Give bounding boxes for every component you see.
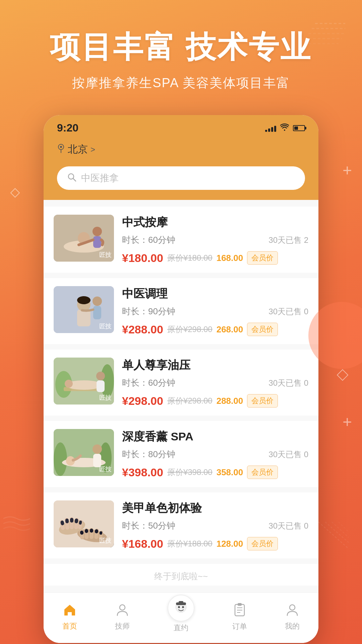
service-duration: 时长：80分钟: [122, 448, 175, 460]
service-name: 美甲单色初体验: [122, 500, 308, 516]
svg-rect-25: [93, 306, 101, 319]
svg-point-76: [290, 605, 295, 610]
nav-technician-label: 技师: [115, 621, 130, 631]
service-image-1: 匠技: [54, 215, 114, 262]
end-text: 终于到底啦~~: [44, 564, 318, 586]
service-meta: 时长：60分钟 30天已售 0: [122, 377, 308, 389]
bg-deco-diamond2: [337, 369, 349, 381]
svg-point-35: [54, 442, 67, 476]
bg-deco-diamond1: [10, 188, 20, 198]
service-sold: 30天已售 0: [268, 521, 308, 531]
service-pricing: ¥298.00 原价¥298.00 288.00 会员价: [122, 394, 308, 408]
svg-point-18: [93, 227, 102, 236]
svg-rect-21: [77, 310, 90, 326]
bg-deco-plus2: +: [343, 413, 352, 431]
status-icons: [265, 123, 305, 133]
price-original: 原价¥180.00: [167, 253, 213, 263]
service-info: 单人尊享油压 时长：60分钟 30天已售 0 ¥298.00 原价¥298.00…: [122, 358, 308, 408]
member-badge: 会员价: [247, 251, 278, 265]
service-info: 深度香薰 SPA 时长：80分钟 30天已售 0 ¥398.00 原价¥398.…: [122, 429, 308, 479]
price-original: 原价¥398.00: [167, 467, 213, 478]
service-meta: 时长：80分钟 30天已售 0: [122, 448, 308, 460]
service-pricing: ¥168.00 原价¥188.00 128.00 会员价: [122, 537, 308, 550]
profile-icon: [286, 603, 299, 619]
price-main: ¥398.00: [122, 466, 163, 479]
phone-mockup: 9:20: [44, 115, 318, 643]
service-sold: 30天已售 0: [268, 449, 308, 460]
price-original: 原价¥298.00: [167, 324, 213, 335]
status-bar: 9:20: [44, 115, 318, 139]
nav-orders-label: 订单: [232, 622, 247, 632]
bg-deco-plus1: +: [343, 161, 352, 179]
search-container: 中医推拿: [44, 163, 318, 200]
search-bar[interactable]: 中医推拿: [57, 166, 305, 190]
price-main: ¥298.00: [122, 394, 163, 408]
service-duration: 时长：60分钟: [122, 234, 175, 246]
price-member: 268.00: [217, 324, 243, 335]
location-pin-icon: [57, 144, 65, 155]
price-main: ¥168.00: [122, 537, 163, 550]
svg-line-10: [339, 522, 349, 535]
svg-point-40: [93, 444, 102, 454]
signal-icon: [265, 124, 276, 132]
nav-orders[interactable]: 订单: [232, 603, 247, 632]
location-bar[interactable]: 北京 >: [44, 139, 318, 163]
wifi-icon: [280, 123, 289, 133]
service-meta: 时长：60分钟 30天已售 2: [122, 234, 308, 246]
battery-icon: [293, 125, 305, 131]
nav-technician[interactable]: 技师: [115, 603, 130, 631]
svg-rect-68: [179, 601, 183, 603]
page-subtitle: 按摩推拿养生SPA 美容美体项目丰富: [13, 74, 349, 92]
service-sold: 30天已售 0: [268, 306, 308, 317]
svg-line-8: [325, 522, 349, 545]
nav-home-label: 首页: [62, 621, 77, 631]
image-watermark: 匠技: [99, 394, 111, 402]
search-placeholder: 中医推拿: [81, 172, 119, 184]
service-meta: 时长：90分钟 30天已售 0: [122, 306, 308, 317]
service-item[interactable]: 匠技 中医调理 时长：90分钟 30天已售 0 ¥288.00 原价¥298.0…: [44, 278, 318, 344]
bg-lines-bottom: [315, 522, 349, 550]
svg-rect-75: [238, 603, 242, 606]
nav-home[interactable]: 首页: [62, 603, 77, 631]
service-item[interactable]: 匠技 中式按摩 时长：60分钟 30天已售 2 ¥180.00 原价¥180.0…: [44, 207, 318, 273]
service-name: 中式按摩: [122, 215, 308, 230]
svg-line-14: [73, 178, 76, 181]
bg-wave-left: [3, 515, 30, 537]
svg-point-12: [60, 146, 62, 148]
orders-icon: [234, 603, 246, 620]
service-pricing: ¥288.00 原价¥298.00 268.00 会员价: [122, 323, 308, 336]
price-main: ¥288.00: [122, 323, 163, 336]
nav-profile[interactable]: 我的: [285, 603, 300, 631]
header-section: 项目丰富 技术专业 按摩推拿养生SPA 美容美体项目丰富: [0, 0, 362, 105]
service-item[interactable]: 匠技 单人尊享油压 时长：60分钟 30天已售 0 ¥298.00 原价¥298…: [44, 350, 318, 416]
svg-point-65: [120, 605, 125, 610]
service-meta: 时长：50分钟 30天已售 0: [122, 520, 308, 532]
location-city: 北京: [68, 143, 88, 156]
price-main: ¥180.00: [122, 252, 163, 265]
image-watermark: 匠技: [99, 537, 111, 545]
service-name: 单人尊享油压: [122, 358, 308, 373]
service-item[interactable]: 匠技 深度香薰 SPA 时长：80分钟 30天已售 0 ¥398.00 原价¥3…: [44, 421, 318, 487]
service-sold: 30天已售 0: [268, 378, 308, 388]
service-pricing: ¥180.00 原价¥180.00 168.00 会员价: [122, 251, 308, 265]
svg-point-32: [96, 372, 105, 380]
image-watermark: 匠技: [99, 322, 111, 330]
member-badge: 会员价: [247, 537, 278, 550]
svg-marker-1: [11, 189, 19, 197]
service-item[interactable]: 匠技 美甲单色初体验 时长：50分钟 30天已售 0 ¥168.00 原价¥18…: [44, 492, 318, 558]
service-sold: 30天已售 2: [268, 235, 308, 246]
svg-point-69: [178, 606, 180, 608]
price-member: 128.00: [217, 539, 243, 549]
svg-marker-0: [337, 370, 348, 380]
svg-point-70: [182, 606, 184, 608]
svg-point-23: [77, 296, 90, 304]
nav-booking[interactable]: 直约: [168, 595, 194, 633]
nav-booking-label: 直约: [174, 623, 188, 633]
member-badge: 会员价: [247, 466, 278, 479]
service-name: 深度香薰 SPA: [122, 429, 308, 444]
svg-point-31: [65, 380, 73, 388]
price-original: 原价¥188.00: [167, 538, 213, 549]
service-image-4: 匠技: [54, 429, 114, 476]
image-watermark: 匠技: [99, 251, 111, 259]
svg-rect-62: [90, 529, 93, 533]
